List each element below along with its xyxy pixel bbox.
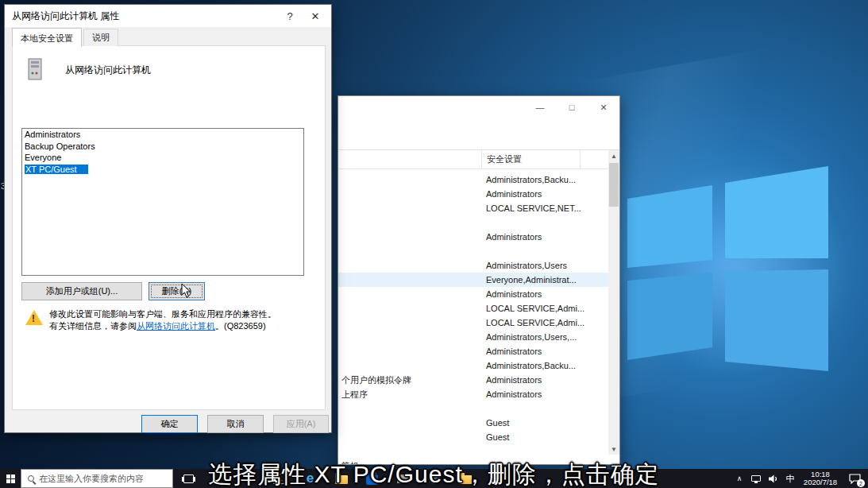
policy-row[interactable]: Guest — [338, 430, 608, 444]
maximize-button[interactable]: □ — [556, 96, 588, 118]
policy-row[interactable]: 上程序Administrators — [338, 387, 608, 401]
policy-column-header — [338, 150, 482, 168]
policy-row[interactable]: LOCAL SERVICE,Admi... — [338, 301, 608, 316]
dialog-titlebar: 从网络访问此计算机 属性 ? ✕ — [5, 5, 331, 27]
policy-row[interactable] — [338, 215, 608, 230]
video-subtitle: 选择属性 XT PC/Guest，删除，点击确定 — [0, 459, 868, 488]
policy-row[interactable] — [338, 401, 608, 416]
policy-row[interactable]: 个用户的模拟令牌Administrators — [338, 373, 608, 387]
minimize-button[interactable]: — — [524, 96, 556, 118]
policy-row[interactable]: Administrators — [338, 344, 608, 358]
close-icon[interactable]: ✕ — [304, 6, 326, 26]
policy-row[interactable]: Everyone,Administrat... — [338, 273, 608, 287]
warning-line2-prefix: 有关详细信息，请参阅 — [49, 321, 137, 331]
cancel-button[interactable]: 取消 — [207, 415, 264, 433]
ok-button[interactable]: 确定 — [141, 415, 198, 433]
windows-wallpaper-logo — [615, 155, 846, 385]
policy-row[interactable]: Administrators,Users,... — [338, 330, 608, 344]
vertical-scrollbar[interactable]: ▲ ▼ — [608, 150, 619, 455]
policy-name-label: 从网络访问此计算机 — [65, 64, 151, 77]
dialog-title: 从网络访问此计算机 属性 — [5, 10, 119, 23]
apply-button[interactable]: 应用(A) — [273, 415, 329, 433]
policy-list-item[interactable]: XT PC/Guest — [22, 164, 303, 176]
policy-row[interactable]: Administrators — [338, 287, 608, 301]
policy-row[interactable]: Administrators — [338, 187, 608, 201]
policy-row[interactable]: Administrators,Backu... — [338, 358, 608, 373]
scrollbar-thumb[interactable] — [609, 163, 619, 207]
warning-icon — [25, 310, 43, 325]
policy-help-link[interactable]: 从网络访问此计算机 — [137, 321, 215, 331]
scroll-up-icon[interactable]: ▲ — [608, 150, 619, 161]
secpol-toolbar — [338, 118, 619, 150]
scroll-down-icon[interactable]: ▼ — [608, 443, 619, 455]
close-button[interactable]: ✕ — [588, 96, 619, 118]
policy-row-list: Administrators,Backu...AdministratorsLOC… — [338, 172, 608, 465]
user-group-listbox[interactable]: AdministratorsBackup OperatorsEveryoneXT… — [21, 128, 304, 276]
secpol-column-headers[interactable]: 安全设置 — [338, 150, 608, 169]
policy-icon — [25, 56, 48, 83]
policy-list-item[interactable]: Everyone — [22, 152, 303, 164]
remove-button[interactable]: 删除(R) — [149, 282, 205, 300]
policy-row[interactable]: LOCAL SERVICE,Admi... — [338, 316, 608, 330]
policy-list-item[interactable]: Backup Operators — [22, 141, 303, 153]
policy-row[interactable]: Administrators — [338, 230, 608, 244]
policy-row[interactable]: Administrators,Users — [338, 258, 608, 273]
policy-row[interactable] — [338, 244, 608, 258]
security-setting-column-header[interactable]: 安全设置 — [482, 150, 581, 168]
add-user-or-group-button[interactable]: 添加用户或组(U)... — [21, 282, 142, 300]
tab-local-security-setting[interactable]: 本地安全设置 — [12, 28, 82, 47]
help-button[interactable]: ? — [279, 6, 301, 26]
warning-line2-suffix: 。(Q823659) — [215, 321, 266, 331]
tab-explain[interactable]: 说明 — [83, 29, 118, 46]
policy-row[interactable]: Guest — [338, 416, 608, 430]
tab-page: 从网络访问此计算机 AdministratorsBackup Operators… — [12, 45, 326, 410]
secpol-window: — □ ✕ 安全设置 Administrators,Backu...Admini… — [338, 95, 620, 465]
policy-row[interactable]: LOCAL SERVICE,NET... — [338, 201, 608, 215]
warning-line1: 修改此设置可能影响与客户端、服务和应用程序的兼容性。 — [49, 309, 276, 319]
policy-list-item[interactable]: Administrators — [22, 129, 303, 141]
mouse-cursor — [181, 283, 192, 299]
policy-row[interactable] — [338, 444, 608, 459]
dialog-tabs: 本地安全设置 说明 — [12, 29, 120, 46]
secpol-titlebar: — □ ✕ — [338, 96, 619, 118]
warning-text: 修改此设置可能影响与客户端、服务和应用程序的兼容性。 有关详细信息，请参阅从网络… — [49, 308, 311, 332]
policy-row[interactable]: Administrators,Backu... — [338, 172, 608, 187]
desktop-background: 3 — □ ✕ 安全设置 Administrators,Backu...Admi… — [0, 0, 868, 488]
properties-dialog: 从网络访问此计算机 属性 ? ✕ 本地安全设置 说明 从网络访问此计算机 Adm… — [4, 4, 332, 433]
